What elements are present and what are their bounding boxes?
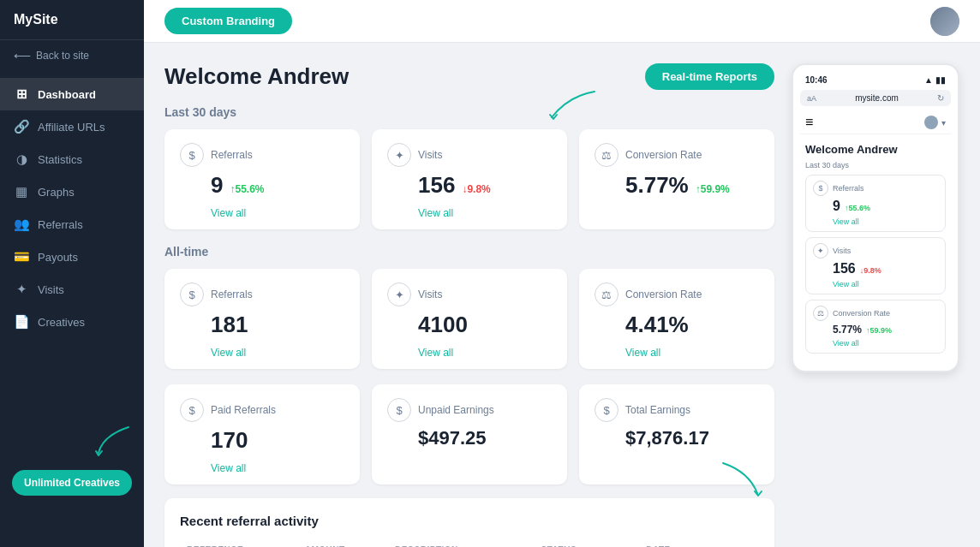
conversion-30d-value: 5.77% xyxy=(625,172,689,199)
conversion-alltime-label: Conversion Rate xyxy=(625,288,702,300)
mobile-frame: 10:46 ▲ ▮▮ aA mysite.com ↻ ≡ ▾ xyxy=(792,63,959,372)
back-to-site-label: Back to site xyxy=(36,50,89,62)
mobile-visits-icon: ✦ xyxy=(813,243,828,259)
unlimited-creatives-badge[interactable]: Unlimited Creatives xyxy=(12,470,132,496)
mobile-address-bar: aA mysite.com ↻ xyxy=(800,90,951,106)
referrals-icon: 👥 xyxy=(14,217,29,232)
sidebar-item-label: Dashboard xyxy=(38,88,96,101)
mobile-conversion-change: ↑59.9% xyxy=(866,326,892,335)
last-30-days-grid: $ Referrals 9 ↑55.6% View all ✦ Visits xyxy=(164,129,774,229)
activity-section: Recent referral activity Reference Amoun… xyxy=(164,498,774,547)
unpaid-earnings-icon: $ xyxy=(387,398,411,422)
avatar xyxy=(930,7,959,36)
col-amount: Amount xyxy=(298,540,388,547)
main-area: Custom Branding Welcome Andrew Real-time… xyxy=(144,0,980,547)
sidebar-item-dashboard[interactable]: ⊞ Dashboard xyxy=(0,78,144,110)
mobile-status-bar: 10:46 ▲ ▮▮ xyxy=(800,74,951,90)
referrals-30d-label: Referrals xyxy=(211,149,253,161)
referrals-alltime-label: Referrals xyxy=(211,288,253,300)
header-bar: Custom Branding xyxy=(144,0,980,43)
visits-alltime-card: ✦ Visits 4100 View all xyxy=(372,269,567,369)
conversion-alltime-card: ⚖ Conversion Rate 4.41% View all xyxy=(579,269,774,369)
font-control: aA xyxy=(807,94,816,103)
paid-referrals-view-all[interactable]: View all xyxy=(211,462,344,474)
visits-30d-header: ✦ Visits xyxy=(387,143,552,167)
sidebar-item-graphs[interactable]: ▦ Graphs xyxy=(0,175,144,208)
unpaid-earnings-value: $497.25 xyxy=(418,427,487,449)
unpaid-earnings-card: $ Unpaid Earnings $497.25 xyxy=(372,384,567,485)
last-30-days-label: Last 30 days xyxy=(164,105,774,119)
referrals-icon: $ xyxy=(180,143,204,167)
mobile-responsive-arrow xyxy=(714,459,766,502)
col-reference: Reference xyxy=(180,540,298,547)
referrals-alltime-value: 181 xyxy=(211,312,248,338)
sidebar-item-payouts[interactable]: 💳 Payouts xyxy=(0,241,144,273)
visits-icon: ✦ xyxy=(14,282,29,297)
mobile-conversion-icon: ⚖ xyxy=(813,306,828,321)
mobile-conversion-value: 5.77% xyxy=(833,324,862,336)
battery-icon: ▮▮ xyxy=(935,75,946,85)
visits-alltime-view-all[interactable]: View all xyxy=(418,347,552,359)
back-to-site-link[interactable]: ⟵ Back to site xyxy=(0,40,144,71)
referrals-30d-change: ↑55.6% xyxy=(230,183,264,195)
referrals-30d-card: $ Referrals 9 ↑55.6% View all xyxy=(164,129,360,229)
visits-30d-change: ↓9.8% xyxy=(462,183,490,195)
link-icon: 🔗 xyxy=(14,119,29,134)
sidebar-item-statistics[interactable]: ◑ Statistics xyxy=(0,143,144,175)
sidebar-item-label: Referrals xyxy=(38,218,83,231)
total-earnings-card: $ Total Earnings $7,876.17 xyxy=(579,384,774,485)
mobile-referrals-change: ↑55.6% xyxy=(845,204,870,212)
mobile-visits-label: Visits xyxy=(833,247,851,255)
visits-alltime-value: 4100 xyxy=(418,312,468,338)
sidebar-item-label: Statistics xyxy=(38,153,82,166)
referrals-30d-value: 9 xyxy=(211,172,223,199)
mobile-referrals-view-all[interactable]: View all xyxy=(833,217,938,226)
custom-branding-button[interactable]: Custom Branding xyxy=(164,8,292,34)
sidebar-item-creatives[interactable]: 📄 Creatives xyxy=(0,306,144,338)
mobile-nav: ≡ ▾ xyxy=(800,111,951,134)
mobile-referrals-value: 9 xyxy=(833,199,840,214)
col-description: Description xyxy=(388,540,535,547)
graphs-icon: ▦ xyxy=(14,184,29,199)
mobile-content: Welcome Andrew Last 30 days $ Referrals … xyxy=(800,140,951,362)
content-area: Welcome Andrew Real-time Reports Last 30… xyxy=(144,43,980,547)
col-date: Date xyxy=(639,540,759,547)
paid-referrals-icon: $ xyxy=(180,398,204,422)
visits-30d-view-all[interactable]: View all xyxy=(418,207,552,219)
activity-title: Recent referral activity xyxy=(180,514,759,528)
conversion-30d-change: ↑59.9% xyxy=(696,183,730,195)
mobile-visits-change: ↓9.8% xyxy=(860,266,881,275)
sidebar-item-visits[interactable]: ✦ Visits xyxy=(0,273,144,306)
referrals-30d-view-all[interactable]: View all xyxy=(211,207,344,219)
real-time-reports-button[interactable]: Real-time Reports xyxy=(645,63,774,90)
sidebar-item-label: Graphs xyxy=(38,186,75,199)
mobile-referrals-label: Referrals xyxy=(833,184,864,193)
hamburger-icon: ≡ xyxy=(805,115,813,130)
col-status: Status xyxy=(535,540,640,547)
mobile-status-icons: ▲ ▮▮ xyxy=(924,75,946,85)
conversion-30d-label: Conversion Rate xyxy=(625,149,702,161)
visits-alltime-icon: ✦ xyxy=(387,282,411,306)
sidebar-item-label: Affiliate URLs xyxy=(38,121,105,134)
payouts-icon: 💳 xyxy=(14,249,29,265)
sidebar-item-referrals[interactable]: 👥 Referrals xyxy=(0,208,144,241)
mobile-conversion-label: Conversion Rate xyxy=(833,309,890,318)
mobile-referrals-card: $ Referrals 9 ↑55.6% View all xyxy=(805,175,946,232)
mobile-referrals-icon: $ xyxy=(813,181,828,196)
conversion-alltime-value: 4.41% xyxy=(625,312,689,338)
sidebar-item-affiliate-urls[interactable]: 🔗 Affiliate URLs xyxy=(0,110,144,143)
all-time-label: All-time xyxy=(164,245,774,259)
conversion-30d-card: ⚖ Conversion Rate 5.77% ↑59.9% xyxy=(579,129,774,229)
total-earnings-icon: $ xyxy=(595,398,618,422)
mobile-dropdown-icon: ▾ xyxy=(941,118,946,128)
mobile-preview-panel: 10:46 ▲ ▮▮ aA mysite.com ↻ ≡ ▾ xyxy=(792,63,959,547)
creatives-icon: 📄 xyxy=(14,314,29,330)
mobile-conversion-view-all[interactable]: View all xyxy=(833,339,938,348)
mobile-visits-view-all[interactable]: View all xyxy=(833,280,938,288)
dashboard-icon: ⊞ xyxy=(14,86,29,102)
conversion-alltime-view-all[interactable]: View all xyxy=(625,347,759,359)
paid-referrals-label: Paid Referrals xyxy=(211,404,276,416)
sidebar-item-label: Creatives xyxy=(38,316,85,329)
visits-alltime-label: Visits xyxy=(418,288,442,300)
referrals-alltime-view-all[interactable]: View all xyxy=(211,347,344,359)
